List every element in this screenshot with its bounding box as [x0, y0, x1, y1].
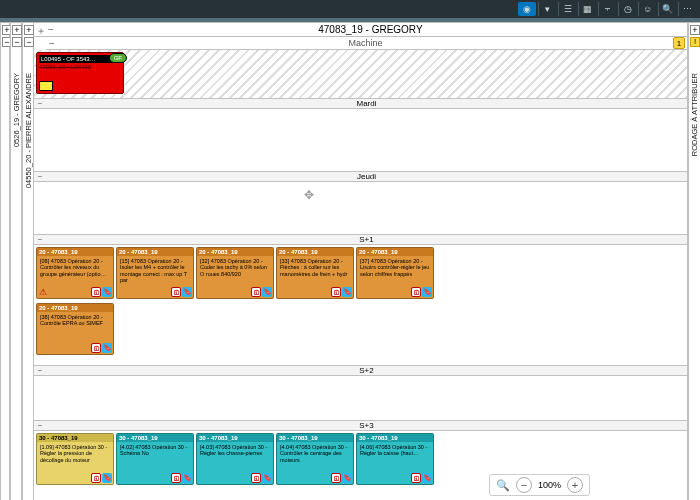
calendar-icon[interactable]: 🗓 [331, 473, 341, 483]
machine-collapse-icon[interactable]: − [46, 38, 58, 49]
task-card[interactable]: 20 - 47083_19[32] 47083 Opération 20 - C… [196, 247, 274, 299]
task-card-header: 20 - 47083_19 [197, 248, 273, 256]
band-collapse-icon[interactable]: − [34, 366, 46, 375]
task-card-header: 20 - 47083_19 [277, 248, 353, 256]
collapse-icon[interactable]: − [12, 37, 22, 47]
task-card-header: 30 - 47083_19 [117, 434, 193, 442]
tag-icon[interactable]: 🔖 [102, 473, 112, 483]
calendar-icon[interactable]: 🗓 [331, 287, 341, 297]
band-collapse-icon[interactable]: − [34, 99, 46, 108]
task-card[interactable]: 20 - 47083_19[38] 47083 Opération 20 - C… [36, 303, 114, 355]
task-card[interactable]: 30 - 47083_19[4.03] 47083 Opération 30 -… [196, 433, 274, 485]
band-collapse-icon[interactable]: − [34, 172, 46, 181]
warning-icon: ⚠ [39, 287, 47, 297]
calendar-icon[interactable]: 🗓 [251, 287, 261, 297]
task-card-header: 30 - 47083_19 [197, 434, 273, 442]
sidebar-lane-1[interactable]: + − 04550_20 - PIERRE ALEXANDRE [22, 23, 34, 500]
task-card[interactable]: 30 - 47083_19[4.06] 47083 Opération 30 -… [356, 433, 434, 485]
task-card-header: 20 - 47083_19 [117, 248, 193, 256]
note-icon [39, 81, 53, 91]
main-lane: ＋ − 47083_19 - GREGORY − Machine 1 L0049… [34, 23, 688, 500]
task-card[interactable]: 30 - 47083_19[4.04] 47083 Opération 30 -… [276, 433, 354, 485]
band-collapse-icon[interactable]: − [34, 235, 46, 244]
collapse-icon[interactable]: − [24, 37, 34, 47]
machine-band[interactable]: L00495 - OF 3543… GF 47083_19 - L00495 [34, 50, 687, 98]
alert-badge-icon[interactable]: ! [690, 37, 700, 47]
band-body-S+2[interactable] [34, 376, 687, 420]
toolbar-user-icon[interactable]: ☺ [638, 2, 656, 16]
sidebar-lane-right[interactable]: + ! RODAGE À ATTRIBUER [688, 23, 700, 500]
task-card-body: [38] 47083 Opération 20 - Contrôle EPRA … [37, 312, 113, 329]
band-body-Mardi[interactable] [34, 109, 687, 171]
tag-icon[interactable]: 🔖 [102, 343, 112, 353]
band-collapse-icon[interactable]: − [34, 421, 46, 430]
task-card-header: 20 - 47083_19 [357, 248, 433, 256]
tag-icon[interactable]: 🔖 [342, 287, 352, 297]
tag-icon[interactable]: 🔖 [342, 473, 352, 483]
cards-row: 20 - 47083_19[08] 47083 Opération 20 - C… [34, 245, 687, 301]
tag-icon[interactable]: 🔖 [422, 287, 432, 297]
task-card[interactable]: 20 - 47083_19[08] 47083 Opération 20 - C… [36, 247, 114, 299]
expand-icon[interactable]: + [24, 25, 34, 35]
task-card[interactable]: 30 - 47083_19[4.02] 47083 Opération 30 -… [116, 433, 194, 485]
lane-plus-icon[interactable]: ＋ [36, 24, 46, 38]
toolbar-eye-icon[interactable]: ◉ [518, 2, 536, 16]
tag-icon[interactable]: 🔖 [102, 287, 112, 297]
toolbar-calendar-icon[interactable]: ▦ [578, 2, 596, 16]
task-card[interactable]: 20 - 47083_19[33] 47083 Opération 20 - F… [276, 247, 354, 299]
machine-subheader-label: Machine [58, 38, 673, 48]
tag-icon[interactable]: 🔖 [422, 473, 432, 483]
toolbar-chart-icon[interactable]: ⫟ [598, 2, 616, 16]
zoom-in-button[interactable]: + [567, 477, 583, 493]
toolbar-search-icon[interactable]: 🔍 [658, 2, 676, 16]
calendar-icon[interactable]: 🗓 [171, 287, 181, 297]
tag-icon[interactable]: 🔖 [182, 287, 192, 297]
task-card-body: [4.04] 47083 Opération 30 - Contrôler le… [277, 442, 353, 465]
planner-frame: + − + − 0526_19 - GREGORY + − 04550_20 -… [0, 22, 700, 500]
toolbar-menu-icon[interactable]: ⋯ [678, 2, 696, 16]
toolbar-gantt-icon[interactable]: ☰ [558, 2, 576, 16]
band-header-S+1[interactable]: −S+1 [34, 234, 687, 245]
calendar-icon[interactable]: 🗓 [171, 473, 181, 483]
task-card-body: [33] 47083 Opération 20 - Flèches : à co… [277, 256, 353, 279]
band-body-Jeudi[interactable] [34, 182, 687, 234]
calendar-icon[interactable]: 🗓 [411, 287, 421, 297]
toolbar-filter-icon[interactable]: ▾ [538, 2, 556, 16]
expand-icon[interactable]: + [690, 25, 700, 35]
toolbar-clock-icon[interactable]: ◷ [618, 2, 636, 16]
band-header-Mardi[interactable]: −Mardi [34, 98, 687, 109]
band-header-label: S+2 [46, 366, 687, 375]
lane-minus-icon[interactable]: − [48, 24, 54, 35]
tag-icon[interactable]: 🔖 [262, 287, 272, 297]
calendar-icon[interactable]: 🗓 [91, 473, 101, 483]
task-card-body: [37] 47083 Opération 20 - Lisoirs contrô… [357, 256, 433, 279]
task-card-header: 20 - 47083_19 [37, 304, 113, 312]
tag-icon[interactable]: 🔖 [182, 473, 192, 483]
zoom-out-button[interactable]: − [516, 477, 532, 493]
calendar-icon[interactable]: 🗓 [91, 287, 101, 297]
lane-title-text: 47083_19 - GREGORY [318, 24, 422, 35]
sidebar-lane-0[interactable]: + − 0526_19 - GREGORY [10, 23, 22, 500]
task-card-body: [4.02] 47083 Opération 30 - Schéma No [117, 442, 193, 459]
band-header-S+2[interactable]: −S+2 [34, 365, 687, 376]
task-card-header: 20 - 47083_19 [37, 248, 113, 256]
task-card-body: [15] 47083 Opération 20 - Isoler les M4 … [117, 256, 193, 285]
task-card[interactable]: 30 - 47083_19[1.09] 47083 Opération 30 -… [36, 433, 114, 485]
gf-badge: GF [109, 53, 127, 63]
band-body-S+1[interactable]: 20 - 47083_19[08] 47083 Opération 20 - C… [34, 245, 687, 365]
tag-icon[interactable]: 🔖 [262, 473, 272, 483]
expand-icon[interactable]: + [12, 25, 22, 35]
zoom-search-icon[interactable]: 🔍 [496, 479, 510, 492]
calendar-icon[interactable]: 🗓 [411, 473, 421, 483]
machine-badge[interactable]: 1 [673, 37, 685, 49]
move-cursor-icon: ✥ [304, 188, 314, 202]
red-of-card[interactable]: L00495 - OF 3543… GF 47083_19 - L00495 [36, 52, 124, 94]
left-spacer-col: + − [0, 23, 10, 500]
task-card-body: [4.03] 47083 Opération 30 - Régler les c… [197, 442, 273, 459]
task-card[interactable]: 20 - 47083_19[15] 47083 Opération 20 - I… [116, 247, 194, 299]
task-card[interactable]: 20 - 47083_19[37] 47083 Opération 20 - L… [356, 247, 434, 299]
calendar-icon[interactable]: 🗓 [91, 343, 101, 353]
band-header-Jeudi[interactable]: −Jeudi [34, 171, 687, 182]
band-header-S+3[interactable]: −S+3 [34, 420, 687, 431]
calendar-icon[interactable]: 🗓 [251, 473, 261, 483]
